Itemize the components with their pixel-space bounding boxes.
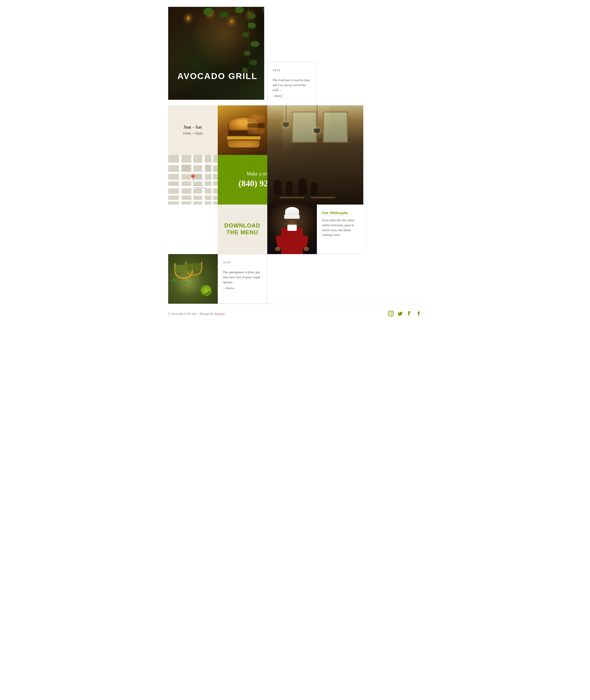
social-icons bbox=[387, 310, 422, 317]
restaurant-name: AVOCADO GRILL bbox=[178, 71, 258, 81]
quote-author-1: – Harry bbox=[273, 94, 312, 98]
philosophy-title: Our Philosophy bbox=[322, 210, 361, 215]
svg-point-2 bbox=[392, 312, 392, 313]
design-link[interactable]: Papaya. bbox=[215, 312, 225, 316]
food-image bbox=[218, 105, 267, 155]
facebook-icon[interactable] bbox=[415, 310, 422, 317]
download-menu-cell[interactable]: DOWNLOAD THE MENU bbox=[218, 204, 267, 254]
quote-text-2: The atmosphere is killer and they have l… bbox=[223, 270, 262, 284]
philosophy-text: Facit enim ille duo seiun ultima bonorum… bbox=[322, 218, 361, 237]
svg-rect-0 bbox=[388, 311, 393, 316]
footer-copyright: © Avocado Grill, Inc. | Design by Papaya… bbox=[168, 312, 225, 316]
tacos-image bbox=[168, 254, 218, 304]
spacer-left bbox=[168, 204, 218, 254]
svg-point-1 bbox=[390, 312, 392, 315]
map-label: Nassau CountyCommunity College bbox=[194, 185, 212, 189]
map-pin: 📍 bbox=[189, 174, 197, 182]
map-cell: 📍 Nassau CountyCommunity College bbox=[168, 155, 218, 204]
twitter-icon[interactable] bbox=[397, 310, 404, 317]
footer: © Avocado Grill, Inc. | Design by Papaya… bbox=[168, 304, 422, 323]
instagram-icon[interactable] bbox=[387, 310, 394, 317]
chef-image bbox=[267, 204, 317, 254]
hero-overlay bbox=[168, 7, 264, 100]
hours-time: 10am - 10pm bbox=[183, 131, 203, 136]
quote-text-1: The food here is hard to beat and I’ve a… bbox=[273, 78, 312, 92]
philosophy-cell: Our Philosophy Facit enim ille duo seiun… bbox=[317, 204, 366, 254]
hours-days: Sun - Sat bbox=[184, 125, 202, 130]
hours-cell: Sun - Sat 10am - 10pm bbox=[168, 105, 218, 155]
quote-mark-1: ”” bbox=[273, 68, 312, 77]
restaurant-interior-image bbox=[267, 105, 363, 204]
download-menu-text: DOWNLOAD THE MENU bbox=[224, 223, 261, 236]
hero-image: AVOCADO GRILL bbox=[168, 7, 264, 100]
quote-card-1: ”” The food here is hard to beat and I’v… bbox=[267, 62, 317, 105]
foursquare-icon[interactable] bbox=[406, 310, 413, 317]
quote-mark-2: ”” bbox=[223, 260, 262, 269]
quote-card-2: ”” The atmosphere is killer and they hav… bbox=[218, 254, 267, 304]
quote-author-2: – Jessica bbox=[223, 286, 262, 290]
